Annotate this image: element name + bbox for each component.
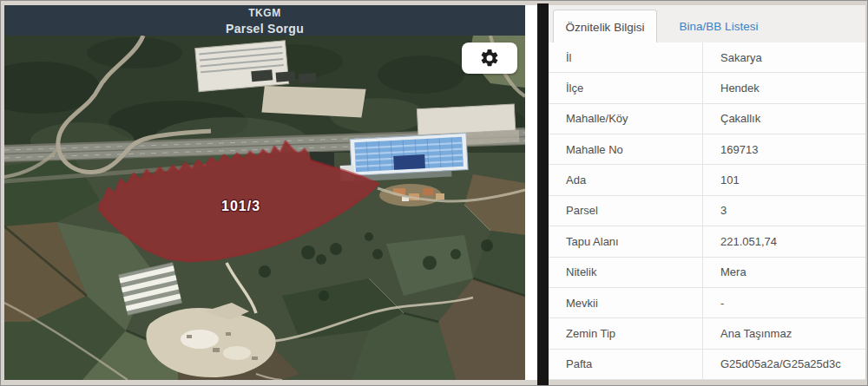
attribute-value: 3 [703, 196, 865, 226]
attribute-label: Mevkii [549, 288, 703, 317]
attribute-row: İl Sakarya [549, 43, 865, 73]
tab-bina-bb-listesi[interactable]: Bina/BB Listesi [663, 10, 774, 43]
attribute-value: 169713 [703, 134, 865, 164]
attribute-value: G25d05a2a/G25a25d3c [703, 350, 865, 379]
attribute-row: Ada 101 [549, 165, 865, 195]
attribute-row: Pafta G25d05a2a/G25a25d3c [549, 350, 865, 380]
attribute-value: Sakarya [703, 43, 865, 72]
attribute-value: Çakallık [703, 104, 865, 134]
screenshot-frame: TKGM Parsel Sorgu [0, 0, 868, 386]
tab-bar: Öznitelik Bilgisi Bina/BB Listesi [549, 5, 865, 43]
attribute-value: - [703, 288, 865, 317]
attribute-label: Pafta [549, 350, 703, 379]
attribute-row: Nitelik Mera [549, 258, 865, 288]
attribute-label: Zemin Tip [549, 318, 703, 348]
gear-icon [479, 48, 500, 69]
attribute-value: 221.051,74 [703, 226, 865, 256]
settings-button[interactable] [462, 43, 517, 74]
attribute-row: Zemin Tip Ana Taşınmaz [549, 318, 865, 349]
attribute-row: İlçe Hendek [549, 73, 865, 103]
attribute-row: Mahalle/Köy Çakallık [549, 104, 865, 134]
attribute-label: Parsel [549, 196, 703, 226]
attribute-label: İlçe [549, 73, 703, 102]
mobile-app: TKGM Parsel Sorgu [4, 5, 525, 380]
attribute-row: Tapu Alanı 221.051,74 [549, 226, 865, 257]
attribute-value: Ana Taşınmaz [703, 318, 865, 348]
parcel-label: 101/3 [221, 199, 260, 213]
app-title-line1: TKGM [4, 7, 525, 21]
attribute-row: Mahalle No 169713 [549, 134, 865, 165]
attribute-label: Mahalle/Köy [549, 104, 703, 134]
attribute-row: Mevkii - [549, 288, 865, 318]
vertical-divider [537, 3, 549, 385]
attribute-row: Parsel 3 [549, 196, 865, 226]
gap-strip [525, 5, 537, 380]
attribute-table: İl Sakarya İlçe Hendek Mahalle/Köy Çakal… [549, 43, 865, 380]
attribute-label: İl [549, 43, 703, 72]
app-header-bar: TKGM Parsel Sorgu [4, 5, 525, 36]
attribute-value: Mera [703, 258, 865, 287]
attribute-label: Tapu Alanı [549, 226, 703, 256]
tab-oznitelik-bilgisi[interactable]: Öznitelik Bilgisi [553, 10, 657, 43]
attribute-value: Hendek [703, 73, 865, 102]
app-title-line2: Parsel Sorgu [4, 21, 525, 36]
attribute-label: Ada [549, 165, 703, 194]
attribute-label: Nitelik [549, 258, 703, 287]
attribute-label: Mahalle No [549, 134, 703, 164]
satellite-map[interactable]: 101/3 [4, 36, 525, 380]
app-title: TKGM Parsel Sorgu [4, 7, 525, 36]
attributes-panel: Öznitelik Bilgisi Bina/BB Listesi İl Sak… [549, 5, 865, 380]
attribute-value: 101 [703, 165, 865, 194]
